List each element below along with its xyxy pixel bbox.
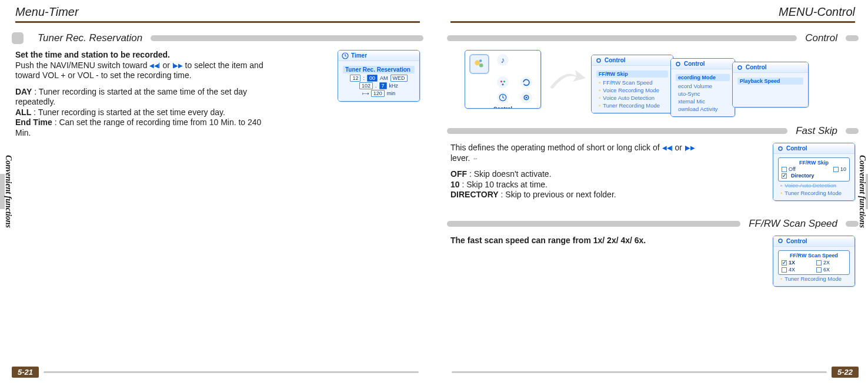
thumb-caption: Control: [493, 106, 512, 109]
page-header: MENU-Control: [447, 0, 859, 21]
paragraph-fastskip-intro: This defines the operating method of sho…: [450, 143, 703, 163]
paragraph-set-time: Set the time and station to be recorded.…: [15, 50, 268, 81]
svg-point-9: [502, 83, 504, 85]
thumb-khz-row: 102. 7 kHz: [343, 82, 415, 89]
header-title-left: Menu-Timer: [15, 5, 79, 19]
section-bar-control: Control: [447, 32, 859, 44]
section-bar-tuner: Tuner Rec. Reservation: [12, 32, 423, 44]
svg-point-7: [500, 80, 502, 82]
gear-icon: [520, 92, 532, 105]
thumb-ffskip-window: Control FF/RW Skip Off 10 Directory Voic…: [773, 143, 855, 201]
header-title-right: MENU-Control: [779, 5, 855, 19]
section-bullet-icon: [12, 32, 24, 44]
svg-point-2: [479, 63, 483, 68]
svg-point-20: [779, 239, 782, 243]
svg-point-6: [497, 76, 509, 88]
gear-icon: [777, 145, 784, 152]
loop-icon: [520, 76, 532, 89]
svg-point-8: [503, 80, 505, 82]
page-header: Menu-Timer: [12, 0, 423, 21]
svg-point-10: [520, 76, 532, 88]
gear-icon: [736, 64, 743, 71]
page-left: Menu-Timer Tuner Rec. Reservation Timer …: [12, 0, 423, 383]
gear-icon: [675, 61, 682, 68]
thumb-control-icons: ♪ Control ◀ Select ▶: [465, 50, 541, 109]
section-title: FF/RW Scan Speed: [749, 218, 837, 230]
page-number: 5-22: [832, 367, 859, 378]
thumb-title: Timer: [351, 52, 367, 59]
page-number: 5-21: [12, 367, 39, 378]
arrow-right-icon: [547, 64, 588, 93]
svg-point-16: [597, 59, 600, 62]
gear-icon: [595, 57, 602, 64]
left-right-icon: [472, 155, 478, 163]
thumb-control-list2: Control ecording Mode ecord Volume uto-S…: [670, 58, 735, 117]
header-rule: [450, 21, 855, 23]
thumb-control-list3: Control Playback Speed: [732, 62, 809, 107]
forward-icon: [685, 145, 695, 152]
paragraph-options: DAY : Tuner recording is started at the …: [15, 87, 268, 139]
gears-icon: [469, 54, 489, 74]
section-fill: [151, 35, 423, 41]
footer-rule: [44, 371, 419, 373]
clock-icon: [342, 52, 349, 59]
footer-left: 5-21: [12, 367, 423, 377]
note-icon: ♪: [497, 54, 509, 74]
svg-point-1: [475, 60, 480, 65]
side-tab-label: Convenient functions: [4, 155, 13, 228]
section-title: Control: [805, 32, 837, 44]
side-tab-label: Convenient functions: [857, 155, 867, 228]
section-title: Tuner Rec. Reservation: [38, 32, 142, 44]
svg-point-3: [479, 59, 482, 62]
page-right: MENU-Control Control ♪: [447, 0, 859, 383]
thumb-timer-window: Timer Tuner Rec. Reservation 12: 00 AM W…: [338, 50, 420, 102]
footer-right: 5-22: [447, 367, 859, 377]
paragraph-scanspeed: The fast scan speed can range from 1x/ 2…: [450, 236, 703, 246]
section-stub: [846, 35, 859, 41]
svg-point-17: [676, 62, 680, 66]
rewind-icon: [149, 62, 160, 70]
svg-point-19: [779, 147, 782, 150]
thumb-min-row: ⟼ 120 min: [343, 90, 415, 97]
section-fill: [447, 35, 797, 41]
thumb-scanspeed-window: Control FF/RW Scan Speed 1X 2X 4X 6X Tun…: [773, 236, 855, 287]
svg-point-15: [526, 97, 528, 99]
lead-bold: Set the time and station to be recorded.: [15, 50, 170, 59]
thumb-selected-item: Tuner Rec. Reservation: [343, 66, 415, 73]
rewind-icon: [662, 145, 673, 152]
svg-text:♪: ♪: [501, 56, 505, 65]
section-bar-scanspeed: FF/RW Scan Speed: [447, 218, 859, 230]
section-bar-fastskip: Fast Skip: [447, 125, 859, 137]
svg-point-18: [738, 66, 742, 69]
paragraph-fastskip-options: OFF : Skip doesn't activate. 10 : Skip 1…: [450, 169, 703, 200]
clock-icon: [497, 92, 509, 105]
thumb-control-list1: Control FF/RW Skip FF/RW Scan Speed Voic…: [591, 55, 673, 113]
header-rule: [15, 21, 420, 23]
forward-icon: [172, 62, 183, 70]
palette-icon: [497, 76, 509, 89]
gear-icon: [777, 237, 784, 244]
thumb-time-row: 12: 00 AM WED: [343, 75, 415, 82]
section-title: Fast Skip: [796, 125, 837, 137]
